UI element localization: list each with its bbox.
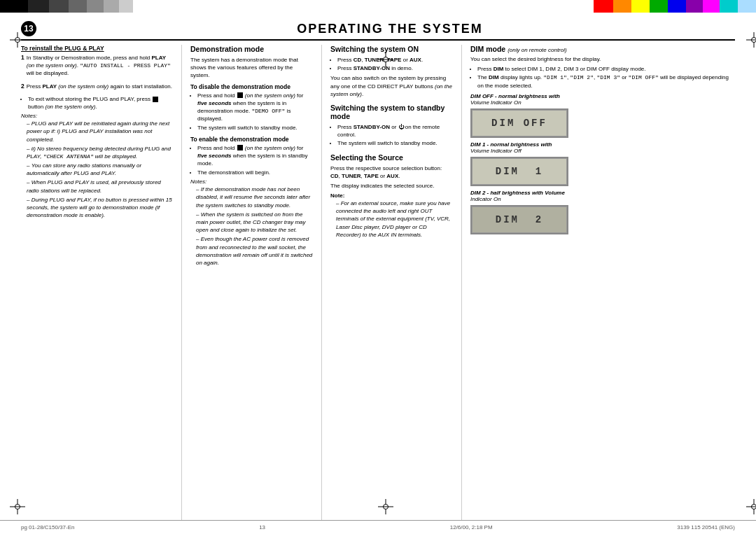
top-bar-right bbox=[378, 0, 756, 13]
color-dark1 bbox=[28, 0, 49, 13]
color-yellow bbox=[631, 0, 650, 13]
notes-list: PLUG and PLAY will be reinitiated again … bbox=[21, 120, 173, 219]
color-magenta bbox=[703, 0, 720, 13]
color-purple bbox=[686, 0, 703, 13]
disable-step-1: Press and hold (on the system only) for … bbox=[197, 92, 313, 123]
dim-2-display: DIM 2 bbox=[470, 205, 568, 234]
dim-1-label-sub: Volume Indicator Off bbox=[470, 148, 735, 154]
dim-subtitle: (only on remote control) bbox=[507, 47, 566, 53]
standby-title: Switching the system to standby mode bbox=[330, 104, 453, 120]
step-2-number: 2 bbox=[21, 83, 24, 92]
enable-title: To enable the demonstration mode bbox=[190, 136, 313, 143]
dim-header: DIM mode (only on remote control) bbox=[470, 45, 735, 53]
step-2: 2 Press PLAY (on the system only) again … bbox=[21, 83, 173, 92]
source-note2-list: For an external source, make sure you ha… bbox=[330, 199, 453, 239]
notes-label: Notes: bbox=[21, 113, 173, 119]
source-intro: Press the respective source selection bu… bbox=[330, 164, 453, 180]
step-1-number: 1 bbox=[21, 54, 24, 80]
color-dark2 bbox=[49, 0, 69, 13]
color-cyan bbox=[720, 0, 738, 13]
step-2-text: Press PLAY (on the system only) again to… bbox=[27, 83, 172, 90]
disable-step-2: The system will switch to standby mode. bbox=[197, 124, 313, 132]
color-orange bbox=[613, 0, 631, 13]
dim-off-label-title: DIM OFF - normal brightness with bbox=[470, 93, 735, 99]
page-container: 13 OPERATING THE SYSTEM To reinstall the… bbox=[0, 0, 756, 534]
right-column: DIM mode (only on remote control) You ca… bbox=[462, 45, 735, 520]
source-title: Selecting the Source bbox=[330, 153, 453, 162]
standby-bullets: Press STANDBY-ON or ⏻ on the remote cont… bbox=[330, 123, 453, 148]
disable-steps: Press and hold (on the system only) for … bbox=[190, 92, 313, 132]
page-header: 13 OPERATING THE SYSTEM bbox=[21, 21, 735, 41]
footer-timestamp: 12/6/00, 2:18 PM bbox=[450, 524, 493, 531]
demo-note-1: If the demonstration mode has not been d… bbox=[196, 185, 313, 209]
color-light1 bbox=[104, 0, 119, 13]
footer-product-code: 3139 115 20541 (ENG) bbox=[677, 524, 735, 531]
dim-steps: Press DIM to select DIM 1, DIM 2, DIM 3 … bbox=[470, 65, 735, 90]
color-light2 bbox=[119, 0, 133, 13]
dim-1-display: DIM 1 bbox=[470, 157, 568, 186]
steps-list: 1 In Standby or Demostration mode, press… bbox=[21, 54, 173, 92]
switching-note: You can also switch on the system by pre… bbox=[330, 74, 453, 98]
step-1-text: In Standby or Demostration mode, press a… bbox=[27, 54, 173, 78]
color-black bbox=[0, 0, 28, 13]
dim-title: DIM mode bbox=[470, 45, 505, 53]
color-blue bbox=[668, 0, 686, 13]
left-column: To reinstall the PLUG & PLAY 1 In Standb… bbox=[21, 45, 182, 520]
dim-1-inner: DIM 1 bbox=[472, 158, 567, 185]
enable-step-1: Press and hold (on the system only) for … bbox=[197, 144, 313, 168]
dim-intro: You can select the desired brightness fo… bbox=[470, 55, 735, 63]
demo-notes-list: If the demonstration mode has not been d… bbox=[190, 185, 313, 267]
note-5: During PLUG and PLAY, if no button is pr… bbox=[27, 196, 173, 220]
demo-notes-label: Notes: bbox=[190, 178, 313, 185]
footer: pg 01-28/C150/37-En 13 12/6/00, 2:18 PM … bbox=[0, 520, 756, 534]
dim-off-text: DIM OFF bbox=[491, 118, 547, 129]
top-bar-left bbox=[0, 0, 378, 13]
color-gray bbox=[87, 0, 104, 13]
color-dark3 bbox=[69, 0, 87, 13]
disable-title: To disable the demonstration mode bbox=[190, 83, 313, 90]
content-area: To reinstall the PLUG & PLAY 1 In Standb… bbox=[21, 45, 735, 520]
color-green bbox=[650, 0, 668, 13]
step-1: 1 In Standby or Demostration mode, press… bbox=[21, 54, 173, 80]
enable-steps: Press and hold (on the system only) for … bbox=[190, 144, 313, 177]
source-note2-label: Note: bbox=[330, 192, 453, 199]
plug-play-title: To reinstall the PLUG & PLAY bbox=[21, 45, 173, 52]
dim-2-label-title: DIM 2 - half brightness with Volume bbox=[470, 190, 735, 196]
dim-2-text: DIM 2 bbox=[496, 214, 543, 225]
color-red bbox=[594, 0, 613, 13]
switching-bullet-1: Press CD, TUNER, TAPE or AUX. bbox=[337, 56, 453, 64]
dim-2-inner: DIM 2 bbox=[472, 206, 567, 233]
switching-bullet-2: Press STANDBY-ON in demo. bbox=[337, 64, 453, 72]
dim-step-2: The DIM display lights up. "DIM 1", "DIM… bbox=[477, 73, 735, 89]
note-2: ii) No stereo frequency being detected d… bbox=[27, 145, 173, 160]
dim-1-text: DIM 1 bbox=[496, 166, 543, 177]
demo-intro: The system has a demonstration mode that… bbox=[190, 56, 313, 80]
color-lightblue bbox=[738, 0, 756, 13]
mid-left-column: Demonstration mode The system has a demo… bbox=[182, 45, 322, 520]
dim-off-display: DIM OFF bbox=[470, 108, 568, 138]
bullet-list: To exit without storing the PLUG and PLA… bbox=[21, 95, 173, 111]
dim-2-label-sub: Indicator On bbox=[470, 196, 735, 202]
footer-left: pg 01-28/C150/37-En bbox=[21, 524, 75, 531]
note-1: PLUG and PLAY will be reinitiated again … bbox=[27, 120, 173, 143]
footer-center: 13 bbox=[259, 524, 265, 531]
top-color-bar bbox=[0, 0, 756, 13]
dim-off-label-sub: Volume Indicator On bbox=[470, 99, 735, 106]
dim-off-inner: DIM OFF bbox=[472, 110, 567, 136]
enable-step-2: The demonstration will begin. bbox=[197, 169, 313, 176]
dim-step-1: Press DIM to select DIM 1, DIM 2, DIM 3 … bbox=[477, 65, 735, 73]
source-note: The display indicates the selected sourc… bbox=[330, 182, 453, 190]
page-title: OPERATING THE SYSTEM bbox=[45, 22, 735, 36]
main-content: 13 OPERATING THE SYSTEM To reinstall the… bbox=[0, 13, 756, 520]
source-note2: For an external source, make sure you ha… bbox=[336, 199, 453, 239]
demo-mode-title: Demonstration mode bbox=[190, 45, 313, 53]
mid-right-column: Switching the system ON Press CD, TUNER,… bbox=[322, 45, 462, 520]
standby-bullet-2: The system will switch to standby mode. bbox=[337, 139, 453, 147]
note-4: When PLUG and PLAY is used, all previous… bbox=[27, 178, 173, 194]
bullet-item-1: To exit without storing the PLUG and PLA… bbox=[28, 95, 173, 111]
demo-note-3: Even though the AC power cord is removed… bbox=[196, 235, 313, 267]
demo-note-2: When the system is switched on from the … bbox=[196, 211, 313, 234]
note-3: You can store any radio stations manuall… bbox=[27, 162, 173, 177]
standby-bullet-1: Press STANDBY-ON or ⏻ on the remote cont… bbox=[337, 123, 453, 139]
dim-1-label-title: DIM 1 - normal brightness with bbox=[470, 141, 735, 148]
